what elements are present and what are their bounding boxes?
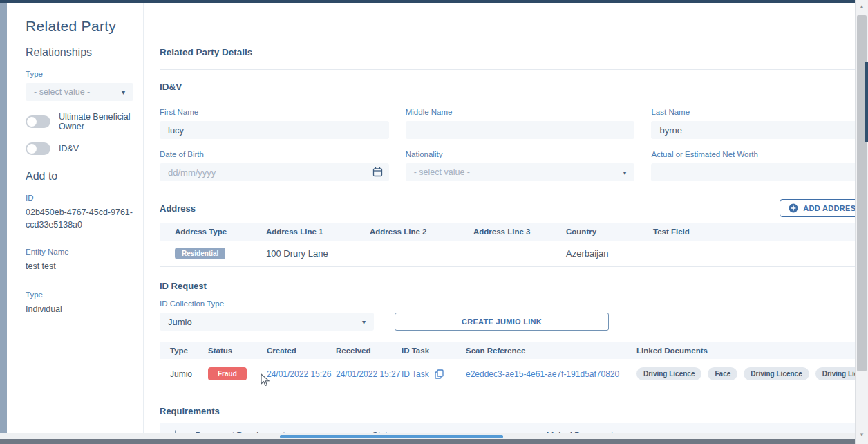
column-header: Scan Reference <box>466 346 636 355</box>
received-cell: 24/01/2022 15:27 <box>336 369 402 379</box>
entity-type-label: Type <box>26 290 133 299</box>
id-request-heading: ID Request <box>160 281 868 291</box>
column-header: Country <box>566 228 653 236</box>
chevron-down-icon: ▾ <box>623 169 626 176</box>
address-table-header: Address Type Address Line 1 Address Line… <box>160 223 868 241</box>
add-to-heading: Add to <box>26 170 133 183</box>
relationships-heading: Relationships <box>26 46 133 59</box>
column-header: Status <box>208 346 267 355</box>
page-bottom-edge <box>0 439 868 444</box>
created-cell: 24/01/2022 15:26 <box>267 369 336 379</box>
linked-document-chip[interactable]: Face <box>708 367 737 380</box>
related-party-main-panel: ✕ Related Party Details ⌄ ID&V ⌃ First N… <box>143 3 868 433</box>
status-badge: Fraud <box>208 367 247 380</box>
id-collection-type-select[interactable]: Jumio ▾ <box>160 313 374 331</box>
dob-label: Date of Birth <box>160 150 389 158</box>
middle-name-label: Middle Name <box>406 108 635 116</box>
address-heading: Address <box>160 203 196 214</box>
scroll-up-icon[interactable]: ▲ <box>856 3 868 10</box>
calendar-icon[interactable] <box>372 167 383 180</box>
column-header: Test Field <box>653 228 868 236</box>
linked-document-chip[interactable]: Driving Licence <box>744 367 809 380</box>
idv-form: First Name Middle Name Last Name Date of… <box>160 108 868 181</box>
horizontal-scrollbar-thumb[interactable] <box>280 435 503 438</box>
id-collection-type-value: Jumio <box>168 317 192 327</box>
entity-name-label: Entity Name <box>26 248 133 256</box>
idv-toggle-label: ID&V <box>59 144 79 154</box>
column-header: Address Line 2 <box>370 228 473 236</box>
section-idv[interactable]: ID&V ⌃ <box>160 69 868 104</box>
net-worth-label: Actual or Estimated Net Worth <box>651 150 868 158</box>
entity-name-value: test test <box>26 260 133 272</box>
linked-documents-cell: Driving Licence Face Driving Licence Dri… <box>636 367 868 380</box>
country-cell: Azerbaijan <box>566 248 653 259</box>
scan-reference-link[interactable]: e2eddec3-ae15-4e61-ae7f-191d5af70820 <box>466 369 636 379</box>
toggle-knob <box>27 144 37 154</box>
ubo-toggle[interactable] <box>26 115 50 128</box>
nationality-select[interactable]: - select value - ▾ <box>406 163 635 181</box>
relationship-type-placeholder: - select value - <box>34 87 90 97</box>
related-party-sidebar: Related Party Relationships Type - selec… <box>7 3 143 433</box>
related-party-modal: Related Party Relationships Type - selec… <box>7 3 855 433</box>
nationality-placeholder: - select value - <box>414 167 470 177</box>
last-name-input[interactable] <box>651 121 868 139</box>
nationality-field-group: Nationality - select value - ▾ <box>406 150 635 181</box>
address-type-badge: Residential <box>175 248 225 259</box>
first-name-label: First Name <box>160 108 389 116</box>
id-request-table-row[interactable]: Jumio Fraud 24/01/2022 15:26 24/01/2022 … <box>160 359 868 389</box>
toggle-knob <box>27 117 37 127</box>
relationship-type-select[interactable]: - select value - ▾ <box>26 83 133 101</box>
ubo-toggle-row: Ultimate Beneficial Owner <box>26 112 133 131</box>
middle-name-field-group: Middle Name <box>406 108 635 139</box>
chevron-down-icon: ▾ <box>122 89 125 96</box>
section-title: Related Party Details <box>160 47 252 57</box>
middle-name-input[interactable] <box>406 121 635 139</box>
id-collection-type-label: ID Collection Type <box>160 299 868 308</box>
column-header: Received <box>336 346 402 355</box>
id-label: ID <box>26 194 133 202</box>
linked-document-chip[interactable]: Driving Licence <box>636 367 701 380</box>
page-right-edge <box>865 62 868 142</box>
column-header: Linked Documents <box>636 346 868 355</box>
id-value: 02b450eb-4767-45cd-9761-ccd33e5138a0 <box>26 206 133 231</box>
horizontal-scrollbar[interactable] <box>0 433 868 439</box>
id-task-link[interactable]: ID Task <box>402 369 429 379</box>
chevron-down-icon: ▾ <box>362 318 366 326</box>
type-cell: Jumio <box>170 369 208 379</box>
column-header: Address Type <box>175 228 266 236</box>
relationship-type-label: Type <box>26 70 133 78</box>
column-header: ID Task <box>402 346 466 355</box>
section-title: ID&V <box>160 82 182 92</box>
address-table-row[interactable]: Residential 100 Drury Lane Azerbaijan <box>160 241 868 267</box>
page-title: Related Party <box>26 18 133 35</box>
nationality-label: Nationality <box>406 150 635 158</box>
idv-toggle[interactable] <box>26 142 50 155</box>
last-name-label: Last Name <box>651 108 868 116</box>
column-header: Address Line 3 <box>473 228 566 236</box>
scroll-down-icon[interactable]: ▼ <box>856 432 868 438</box>
dob-input[interactable] <box>160 163 389 181</box>
requirements-heading: Requirements <box>160 406 868 416</box>
dob-field-group: Date of Birth <box>160 150 389 181</box>
ubo-toggle-label: Ultimate Beneficial Owner <box>59 112 133 131</box>
plus-circle-icon <box>789 203 798 213</box>
id-request-table-header: Type Status Created Received ID Task Sca… <box>160 342 868 359</box>
column-header: Type <box>170 346 208 355</box>
column-header: Address Line 1 <box>266 228 370 236</box>
page-left-edge <box>0 3 7 438</box>
first-name-input[interactable] <box>160 121 389 139</box>
section-related-party-details[interactable]: Related Party Details ⌄ <box>160 35 868 69</box>
net-worth-input[interactable] <box>651 163 868 181</box>
column-header: Created <box>267 346 336 355</box>
net-worth-field-group: Actual or Estimated Net Worth <box>651 150 868 181</box>
idv-toggle-row: ID&V <box>26 142 133 155</box>
copy-icon[interactable] <box>435 369 444 379</box>
first-name-field-group: First Name <box>160 108 389 139</box>
entity-type-value: Individual <box>26 303 133 315</box>
create-jumio-link-button[interactable]: CREATE JUMIO LINK <box>395 313 609 331</box>
last-name-field-group: Last Name <box>651 108 868 139</box>
modal-header: ✕ <box>160 3 868 35</box>
address-line1-cell: 100 Drury Lane <box>266 248 370 259</box>
